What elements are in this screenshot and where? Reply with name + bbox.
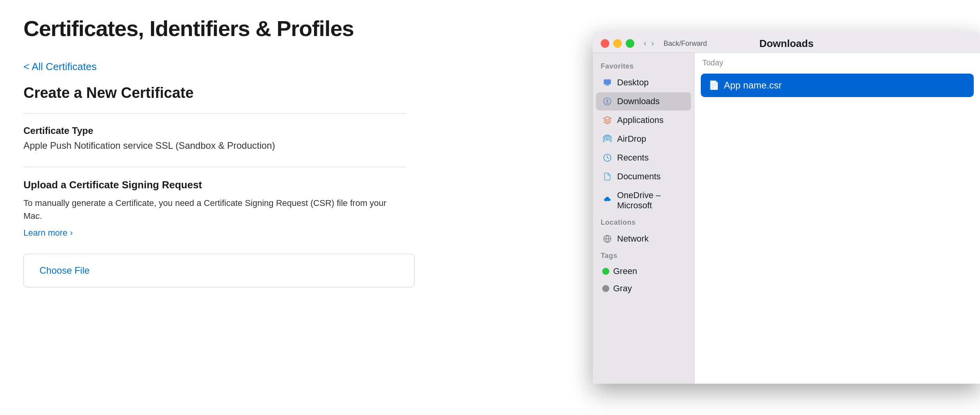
airdrop-icon [602,134,612,144]
tags-label: Tags [593,249,694,262]
sidebar-onedrive-label: OneDrive – Microsoft [617,190,685,211]
finder-titlebar: ‹ › Back/Forward Downloads [593,31,980,53]
upload-section: Upload a Certificate Signing Request To … [23,179,407,238]
documents-icon [602,171,612,182]
finder-main: Today 📄 App name.csr [695,53,980,384]
choose-file-area[interactable]: Choose File [23,254,415,287]
minimize-button[interactable] [613,39,622,48]
nav-arrows: ‹ › [642,38,656,49]
applications-icon [602,115,612,125]
file-icon: 📄 [709,80,719,90]
sidebar-item-documents[interactable]: Documents [596,168,691,186]
recents-icon [602,153,612,163]
sidebar-documents-label: Documents [617,171,661,182]
sidebar-item-applications[interactable]: Applications [596,111,691,129]
svg-rect-2 [606,85,608,85]
learn-more-link[interactable]: Learn more [23,228,73,238]
sidebar-item-desktop[interactable]: Desktop [596,74,691,92]
forward-arrow[interactable]: › [650,38,655,49]
tag-item-gray[interactable]: Gray [596,280,691,297]
sidebar-item-onedrive[interactable]: OneDrive – Microsoft [596,186,691,215]
sidebar-desktop-label: Desktop [617,78,649,88]
green-tag-dot [602,268,609,275]
certificate-type-label: Certificate Type [23,125,407,136]
tag-item-green[interactable]: Green [596,263,691,280]
sidebar-recents-label: Recents [617,153,649,163]
page-title: Certificates, Identifiers & Profiles [23,16,407,41]
locations-label: Locations [593,215,694,229]
sidebar-network-label: Network [617,234,649,244]
svg-point-4 [606,138,608,140]
certificate-type-value: Apple Push Notification service SSL (San… [23,140,407,151]
section-title: Create a New Certificate [23,85,407,101]
finder-window-title: Downloads [759,38,814,49]
gray-tag-label: Gray [613,283,632,294]
window-controls [601,39,634,48]
back-forward-label: Back/Forward [664,40,707,48]
sidebar-item-recents[interactable]: Recents [596,149,691,167]
file-item-csr[interactable]: 📄 App name.csr [701,74,974,97]
favorites-label: Favorites [593,59,694,73]
finder-sidebar: Favorites Desktop Downloads Ap [593,53,695,384]
close-button[interactable] [601,39,609,48]
maximize-button[interactable] [626,39,634,48]
sidebar-airdrop-label: AirDrop [617,134,646,144]
green-tag-label: Green [613,266,637,276]
sidebar-item-airdrop[interactable]: AirDrop [596,130,691,148]
gray-tag-dot [602,285,609,292]
sidebar-applications-label: Applications [617,115,664,125]
upload-title: Upload a Certificate Signing Request [23,179,407,191]
sidebar-item-network[interactable]: Network [596,230,691,248]
back-arrow[interactable]: ‹ [642,38,648,49]
finder-body: Favorites Desktop Downloads Ap [593,53,980,384]
back-link[interactable]: < All Certificates [23,61,97,73]
today-label: Today [695,53,980,70]
onedrive-icon [602,195,612,206]
finder-window: ‹ › Back/Forward Downloads Favorites Des… [593,31,980,384]
svg-rect-0 [604,79,611,85]
divider-2 [23,167,407,167]
choose-file-button[interactable]: Choose File [39,265,90,276]
divider [23,113,407,114]
sidebar-item-downloads[interactable]: Downloads [596,92,691,110]
desktop-icon [602,78,612,88]
file-name: App name.csr [724,80,782,91]
sidebar-downloads-label: Downloads [617,96,660,106]
certificate-type-group: Certificate Type Apple Push Notification… [23,125,407,151]
upload-description: To manually generate a Certificate, you … [23,197,407,222]
downloads-icon [602,96,612,106]
network-icon [602,234,612,244]
main-content: Certificates, Identifiers & Profiles < A… [0,0,430,303]
